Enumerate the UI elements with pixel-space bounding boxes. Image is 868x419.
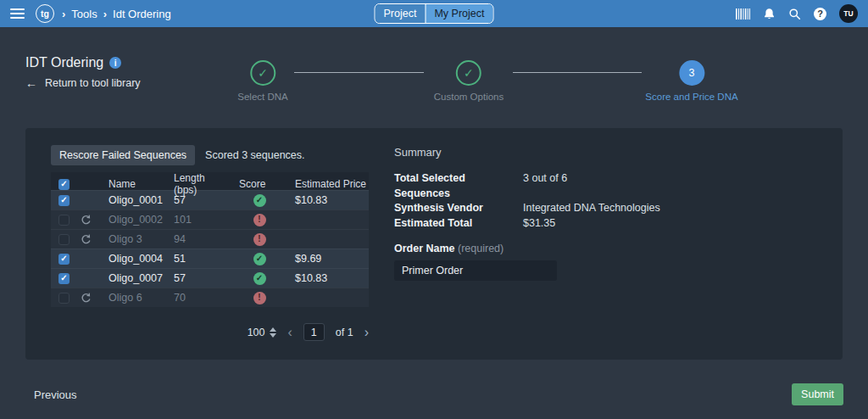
score-badge: ! xyxy=(253,233,266,246)
page-body: IDT Ordering i ← Return to tool library … xyxy=(0,27,868,419)
table-row: Oligo 3 94 ! xyxy=(51,229,369,249)
table-header-row: ✓ Name Length (bps) Score Estimated Pric… xyxy=(51,172,369,190)
sequence-name: Oligo 3 xyxy=(103,233,170,245)
table-actions-row: Rescore Failed Sequences Scored 3 sequen… xyxy=(51,145,305,165)
refresh-icon[interactable] xyxy=(81,215,103,226)
page-title-row: IDT Ordering i xyxy=(25,55,121,70)
column-header-name[interactable]: Name xyxy=(103,178,170,190)
sequence-length: 101 xyxy=(170,214,229,226)
sequence-name: Oligo_0002 xyxy=(103,214,170,226)
info-icon[interactable]: i xyxy=(109,57,121,69)
total-pages-label: of 1 xyxy=(336,327,353,338)
sequence-length: 94 xyxy=(170,233,229,245)
page-size-value[interactable]: 100 xyxy=(248,327,265,338)
select-all-checkbox[interactable]: ✓ xyxy=(58,179,70,190)
previous-page-chevron-icon[interactable]: ‹ xyxy=(287,326,292,339)
step-complete-icon: ✓ xyxy=(456,60,481,86)
project-switcher: Project My Project xyxy=(375,3,494,24)
step-custom-options[interactable]: ✓ Custom Options xyxy=(434,60,504,102)
order-name-input[interactable] xyxy=(394,260,557,281)
return-link-label: Return to tool library xyxy=(45,77,141,89)
refresh-icon[interactable] xyxy=(81,234,103,245)
summary-label: Estimated Total xyxy=(394,216,523,232)
row-checkbox[interactable] xyxy=(58,234,70,245)
order-name-label: Order Name (required) xyxy=(394,243,810,254)
step-label: Custom Options xyxy=(434,92,504,102)
table-body: ✓ Oligo_0001 57 ✓ $10.83 Oligo_0002 101 … xyxy=(51,190,369,307)
summary-label: Total Selected Sequences xyxy=(394,171,523,201)
chevron-right-icon: › xyxy=(62,8,65,20)
row-checkbox[interactable] xyxy=(58,293,70,304)
refresh-icon[interactable] xyxy=(81,293,103,304)
current-page-input[interactable] xyxy=(303,323,325,341)
score-badge: ! xyxy=(253,292,266,304)
stepper-connector xyxy=(294,72,424,73)
breadcrumb-tools[interactable]: Tools xyxy=(71,8,97,20)
notifications-bell-icon[interactable] xyxy=(763,8,776,20)
breadcrumb: › Tools › Idt Ordering xyxy=(62,8,171,20)
summary-value: $31.35 xyxy=(523,216,810,232)
top-navbar: tg › Tools › Idt Ordering Project My Pro… xyxy=(0,0,868,27)
tab-project[interactable]: Project xyxy=(376,4,426,23)
table-row: ✓ Oligo_0007 57 ✓ $10.83 xyxy=(51,268,369,288)
score-badge: ✓ xyxy=(253,194,266,207)
previous-button[interactable]: Previous xyxy=(34,388,77,401)
search-icon[interactable] xyxy=(788,8,801,20)
rescore-failed-sequences-button[interactable]: Rescore Failed Sequences xyxy=(51,145,195,165)
page-title: IDT Ordering xyxy=(25,55,103,70)
scored-status-text: Scored 3 sequences. xyxy=(205,149,304,161)
sequence-length: 51 xyxy=(170,253,229,265)
row-checkbox[interactable]: ✓ xyxy=(58,195,70,206)
summary-value: 3 out of 6 xyxy=(523,171,810,201)
back-arrow-icon: ← xyxy=(25,76,37,90)
sequence-name: Oligo_0007 xyxy=(103,272,170,284)
table-row: Oligo_0002 101 ! xyxy=(51,210,369,229)
barcode-icon[interactable] xyxy=(736,8,750,20)
estimated-price: $9.69 xyxy=(290,253,369,265)
score-badge: ! xyxy=(253,214,266,226)
pagination: 100 ‹ of 1 › xyxy=(51,323,369,341)
sequence-name: Oligo 6 xyxy=(103,292,170,304)
sequence-length: 70 xyxy=(170,292,229,304)
sequence-name: Oligo_0004 xyxy=(103,253,170,265)
menu-icon[interactable] xyxy=(10,8,25,19)
help-icon[interactable]: ? xyxy=(814,8,826,20)
breadcrumb-idt-ordering[interactable]: Idt Ordering xyxy=(113,8,171,20)
step-number: 3 xyxy=(679,60,704,86)
score-badge: ✓ xyxy=(253,253,266,265)
score-badge: ✓ xyxy=(253,272,266,285)
column-header-score[interactable]: Score xyxy=(229,178,290,190)
next-page-chevron-icon[interactable]: › xyxy=(364,326,369,339)
step-label: Select DNA xyxy=(237,92,287,102)
column-header-length[interactable]: Length (bps) xyxy=(170,172,229,196)
estimated-price: $10.83 xyxy=(290,194,369,206)
page-size-stepper-icon[interactable] xyxy=(270,327,276,338)
tab-my-project[interactable]: My Project xyxy=(425,4,492,23)
stepper-connector xyxy=(513,72,642,73)
table-row: Oligo 6 70 ! xyxy=(51,288,369,307)
row-checkbox[interactable]: ✓ xyxy=(58,273,70,284)
sequence-length: 57 xyxy=(170,194,229,206)
summary-row: Synthesis Vendor Integrated DNA Technolo… xyxy=(394,201,810,216)
table-row: ✓ Oligo_0004 51 ✓ $9.69 xyxy=(51,249,369,268)
summary-section: Summary Total Selected Sequences 3 out o… xyxy=(394,146,810,281)
return-to-tool-library-link[interactable]: ← Return to tool library xyxy=(25,76,141,90)
column-header-estimated-price[interactable]: Estimated Price xyxy=(290,178,369,190)
summary-value: Integrated DNA Technologies xyxy=(523,201,810,216)
sequence-name: Oligo_0001 xyxy=(103,194,170,206)
row-checkbox[interactable] xyxy=(58,215,70,226)
main-panel: Rescore Failed Sequences Scored 3 sequen… xyxy=(25,128,843,360)
tg-logo[interactable]: tg xyxy=(36,4,54,23)
user-avatar[interactable]: TU xyxy=(839,4,858,23)
summary-row: Total Selected Sequences 3 out of 6 xyxy=(394,171,810,201)
summary-row: Estimated Total $31.35 xyxy=(394,216,810,232)
sequences-table: ✓ Name Length (bps) Score Estimated Pric… xyxy=(51,172,369,307)
submit-button[interactable]: Submit xyxy=(792,383,843,405)
chevron-right-icon: › xyxy=(103,8,107,20)
row-checkbox[interactable]: ✓ xyxy=(58,254,70,265)
estimated-price: $10.83 xyxy=(290,272,369,284)
navbar-actions: ? TU xyxy=(736,4,858,23)
step-complete-icon: ✓ xyxy=(250,60,275,86)
step-score-and-price-dna[interactable]: 3 Score and Price DNA xyxy=(645,60,737,102)
step-select-dna[interactable]: ✓ Select DNA xyxy=(237,60,287,102)
